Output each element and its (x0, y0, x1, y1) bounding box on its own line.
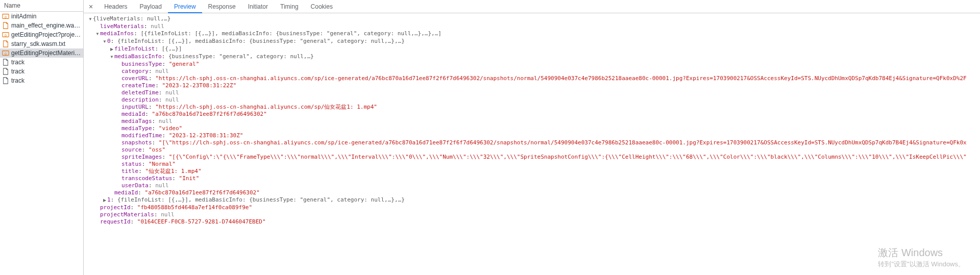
close-icon[interactable]: × (84, 3, 98, 11)
tree-row[interactable]: ▼{liveMaterials: null,…} (88, 15, 980, 23)
request-item[interactable]: {}getEditingProject?projectId=fb... (0, 30, 83, 39)
tree-row[interactable]: mediaId: "a76bc870a16d71ee87f2f6f7d64963… (88, 189, 980, 196)
tree-row[interactable]: liveMaterials: null (88, 23, 980, 30)
request-item[interactable]: track (0, 76, 83, 85)
tree-colon: : (155, 45, 161, 52)
tree-null: null (151, 23, 164, 30)
tree-row[interactable]: modifiedTime: "2023-12-23T08:31:30Z" (88, 132, 980, 139)
tree-row[interactable]: businessType: "general" (88, 61, 980, 68)
tree-key: inputURL (121, 104, 149, 110)
request-item[interactable]: starry_sdk.wasm.txt (0, 39, 83, 48)
xhr-icon: {} (2, 31, 9, 38)
tree-row[interactable]: projectMaterials: null (88, 211, 980, 218)
tree-key: coverURL (121, 75, 149, 82)
tree-colon: : (149, 182, 155, 189)
tree-row[interactable]: requestId: "0164CEEF-F0CB-5727-9281-D744… (88, 218, 980, 226)
collapse-icon[interactable]: ▼ (88, 16, 93, 23)
tab-timing[interactable]: Timing (274, 0, 305, 13)
tree-row[interactable]: inputURL: "https://lch-sphj.oss-cn-shang… (88, 104, 980, 111)
tree-str: "[\"https://lch-sphj.oss-cn-shanghai.ali… (159, 139, 967, 146)
tab-initiator[interactable]: Initiator (242, 0, 274, 13)
tree-row[interactable]: projectId: "fb480588b5fd4648a7ef14f0ca08… (88, 204, 980, 211)
expand-icon[interactable]: ▶ (109, 46, 114, 53)
tree-row[interactable]: ▼0: {fileInfoList: [{,…}], mediaBasicInf… (88, 38, 980, 45)
tree-key: category (121, 68, 149, 74)
tree-summary: [{,…}] (162, 45, 182, 52)
xhr-icon: {} (2, 49, 9, 57)
expand-icon[interactable]: ▶ (102, 197, 107, 204)
svg-text:{}: {} (5, 33, 7, 37)
tree-str: "https://lch-sphj.oss-cn-shanghai.aliyun… (155, 104, 377, 110)
preview-pane[interactable]: ▼{liveMaterials: null,…}liveMaterials: n… (84, 13, 980, 275)
tree-row[interactable]: coverURL: "https://lch-sphj.oss-cn-shang… (88, 75, 980, 82)
tree-row[interactable]: description: null (88, 96, 980, 104)
request-item-label: track (11, 77, 24, 84)
tree-colon: : (152, 118, 159, 124)
request-item[interactable]: track (0, 58, 83, 67)
tree-key: mediaTags (121, 118, 152, 124)
tree-null: null (155, 182, 169, 189)
tree-key: mediaId (114, 189, 138, 196)
tree-colon: : (162, 132, 168, 139)
tree-row[interactable]: snapshots: "[\"https://lch-sphj.oss-cn-s… (88, 139, 980, 146)
request-item[interactable]: track (0, 67, 83, 76)
collapse-icon[interactable]: ▼ (109, 54, 114, 61)
svg-text:{}: {} (5, 15, 7, 18)
tree-row[interactable]: ▶fileInfoList: [{,…}] (88, 45, 980, 53)
tree-row[interactable]: ▼mediaBasicInfo: {businessType: "general… (88, 53, 980, 61)
tree-colon: : (149, 104, 155, 110)
tab-cookies[interactable]: Cookies (305, 0, 339, 13)
tree-colon: : (145, 111, 152, 117)
tree-key: transcodeStatus (121, 175, 172, 182)
tab-headers[interactable]: Headers (98, 0, 133, 13)
tree-key: mediaId (121, 111, 145, 117)
tree-row[interactable]: spriteImages: "[{\"Config\":\"{\\\"Frame… (88, 154, 980, 161)
tab-payload[interactable]: Payload (134, 0, 168, 13)
tab-response[interactable]: Response (202, 0, 242, 13)
tree-row[interactable]: mediaTags: null (88, 118, 980, 125)
tree-str: "仙女花盆1: 1.mp4" (145, 168, 201, 174)
tree-row[interactable]: mediaId: "a76bc870a16d71ee87f2f6f7d64963… (88, 111, 980, 118)
tree-str: "general" (169, 61, 200, 67)
tree-row[interactable]: status: "Normal" (88, 161, 980, 168)
tree-row[interactable]: source: "oss" (88, 146, 980, 154)
tree-row[interactable]: mediaType: "video" (88, 125, 980, 132)
collapse-icon[interactable]: ▼ (102, 38, 107, 45)
tree-row[interactable]: userData: null (88, 182, 980, 189)
collapse-icon[interactable]: ▼ (95, 31, 100, 38)
file-icon (2, 22, 9, 29)
request-item-label: starry_sdk.wasm.txt (11, 40, 65, 47)
request-item[interactable]: main_effect_engine.wasm.txt (0, 21, 83, 30)
tree-key: snapshots (121, 139, 152, 146)
xhr-icon: {} (2, 13, 9, 20)
tree-colon: : (142, 146, 149, 153)
tree-row[interactable]: title: "仙女花盆1: 1.mp4" (88, 168, 980, 175)
tree-row[interactable]: deletedTime: null (88, 89, 980, 96)
tree-row[interactable]: ▼mediaInfos: [{fileInfoList: [{,…}], med… (88, 30, 980, 38)
tree-colon: : (162, 154, 168, 160)
tab-preview[interactable]: Preview (168, 0, 202, 13)
request-item[interactable]: {}getEditingProjectMaterials?pro... (0, 48, 83, 58)
tree-str: "video" (159, 125, 182, 132)
tree-row[interactable]: category: null (88, 68, 980, 75)
detail-tabs: × HeadersPayloadPreviewResponseInitiator… (84, 0, 980, 13)
tree-null: null (165, 96, 179, 103)
tree-row[interactable]: ▶1: {fileInfoList: [{,…}], mediaBasicInf… (88, 196, 980, 204)
tree-key: liveMaterials (100, 23, 144, 30)
tree-colon: : (159, 89, 165, 96)
tree-summary: {fileInfoList: [{,…}], mediaBasicInfo: {… (117, 196, 405, 203)
tree-colon: : (138, 189, 144, 196)
tree-colon: : (149, 68, 155, 74)
tree-str: "0164CEEF-F0CB-5727-9281-D7446047EBED" (137, 218, 266, 225)
tree-key: 1 (107, 196, 111, 203)
svg-text:{}: {} (5, 52, 7, 55)
tree-key: mediaInfos (100, 30, 134, 37)
tree-key: modifiedTime (121, 132, 162, 139)
request-item[interactable]: {}initAdmin (0, 12, 83, 21)
tree-colon: : (131, 204, 137, 211)
tree-str: "fb480588b5fd4648a7ef14f0ca089f9e" (137, 204, 252, 211)
tree-row[interactable]: transcodeStatus: "Init" (88, 175, 980, 182)
tree-str: "Init" (179, 175, 200, 182)
tree-colon: : (154, 211, 161, 218)
tree-row[interactable]: createTime: "2023-12-23T08:31:22Z" (88, 82, 980, 89)
